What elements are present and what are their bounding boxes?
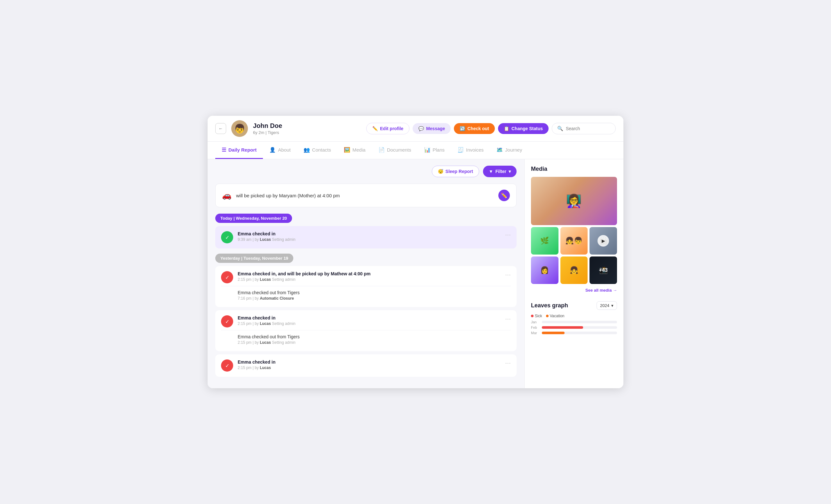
- media-thumb[interactable]: 🌿: [531, 227, 558, 255]
- sub-meta: 7:16 pm | by Automatic Closure: [238, 296, 511, 301]
- bar-chart: Jan Feb Mar: [531, 320, 617, 335]
- action-bar: 😴 Sleep Report ▼ Filter ▾: [215, 166, 517, 177]
- yesterday-date-badge: Yesterday | Tuesday, November 19: [215, 254, 293, 263]
- media-thumb[interactable]: 👧: [561, 257, 588, 284]
- media-thumb-video[interactable]: 🎬 ▶: [590, 227, 617, 255]
- media-grid: 👩‍🏫 🌿 👧‍👦 🎬: [531, 177, 617, 284]
- nav-tabs: ☰ Daily Report 👤 About 👥 Contacts 🖼️ Med…: [208, 142, 623, 159]
- filter-icon: ▼: [489, 169, 493, 174]
- tab-contacts[interactable]: 👥 Contacts: [297, 142, 338, 159]
- checkout-button[interactable]: ↩️ Check out: [454, 123, 495, 134]
- back-button[interactable]: ←: [215, 123, 226, 134]
- activity-meta: 2:15 pm | by Lucas Setting admin: [238, 321, 500, 326]
- activity-card: ✓ Emma checked in, and will be picked up…: [215, 266, 517, 307]
- activity-menu-button[interactable]: ⋯: [505, 359, 511, 366]
- sleep-report-button[interactable]: 😴 Sleep Report: [432, 166, 479, 177]
- message-icon: 💬: [419, 126, 424, 131]
- activity-meta: 2:15 pm | by Lucas Setting admin: [238, 277, 500, 282]
- vacation-dot: [546, 315, 549, 317]
- tab-journey[interactable]: 🗺️ Journey: [490, 142, 528, 159]
- bar-track: [542, 321, 617, 323]
- invoices-icon: 🧾: [457, 147, 464, 153]
- user-info: John Doe 6y 2m | Tigers: [253, 122, 282, 135]
- change-status-button[interactable]: 📋 Change Status: [498, 123, 549, 134]
- activity-body: Emma checked in 2:15 pm | by Lucas: [238, 359, 500, 370]
- activity-card: ✓ Emma checked in 2:15 pm | by Lucas Set…: [215, 310, 517, 351]
- activity-title: Emma checked in: [238, 359, 500, 364]
- play-button[interactable]: ▶: [598, 235, 609, 246]
- chevron-down-icon: ▾: [509, 169, 511, 174]
- app-container: ← 👦 John Doe 6y 2m | Tigers ✏️ Edit prof…: [208, 116, 623, 388]
- yesterday-section: Yesterday | Tuesday, November 19 ✓ Emma …: [215, 254, 517, 377]
- about-icon: 👤: [269, 147, 276, 153]
- user-meta: 6y 2m | Tigers: [253, 130, 282, 135]
- edit-profile-button[interactable]: ✏️ Edit profile: [366, 123, 409, 134]
- activity-body: Emma checked in, and will be picked up b…: [238, 271, 500, 282]
- see-all-media[interactable]: See all media →: [531, 287, 617, 293]
- pencil-icon: ✏️: [372, 126, 378, 131]
- media-thumb[interactable]: 👧‍👦: [561, 227, 588, 255]
- car-icon: 🚗: [222, 191, 232, 200]
- media-thumb-more[interactable]: 📸 +43: [590, 257, 617, 284]
- contacts-icon: 👥: [304, 147, 310, 153]
- activity-body: Emma checked in 2:15 pm | by Lucas Setti…: [238, 315, 500, 326]
- tab-plans[interactable]: 📊 Plans: [418, 142, 451, 159]
- right-sidebar: Media 👩‍🏫 🌿 👧‍👦: [524, 159, 623, 388]
- media-thumb[interactable]: 👩: [531, 257, 558, 284]
- sub-activity: Emma checked out from Tigers 7:16 pm | b…: [221, 286, 511, 302]
- edit-pickup-button[interactable]: ✏️: [498, 190, 510, 201]
- search-box: 🔍: [552, 123, 616, 134]
- chevron-down-icon: ▾: [611, 303, 613, 308]
- bar-track: [542, 332, 617, 334]
- activity-meta: 2:15 pm | by Lucas: [238, 365, 500, 370]
- filter-button[interactable]: ▼ Filter ▾: [483, 166, 517, 177]
- daily-report-icon: ☰: [222, 147, 226, 153]
- media-icon: 🖼️: [344, 147, 350, 153]
- legend: Sick Vacation: [531, 314, 617, 318]
- header: ← 👦 John Doe 6y 2m | Tigers ✏️ Edit prof…: [208, 116, 623, 142]
- media-count-overlay: +43: [590, 257, 617, 284]
- year-select[interactable]: 2024 ▾: [597, 301, 617, 310]
- search-input[interactable]: [566, 126, 607, 131]
- tab-about[interactable]: 👤 About: [263, 142, 297, 159]
- today-section: Today | Wednesday, November 20 ✓ Emma ch…: [215, 214, 517, 248]
- activity-menu-button[interactable]: ⋯: [505, 315, 511, 322]
- activity-title: Emma checked in: [238, 231, 500, 236]
- sub-meta: 2:15 pm | by Lucas Setting admin: [238, 340, 511, 345]
- check-icon: ✓: [221, 271, 233, 283]
- tab-daily-report[interactable]: ☰ Daily Report: [215, 142, 263, 159]
- journey-icon: 🗺️: [496, 147, 503, 153]
- tab-media[interactable]: 🖼️ Media: [338, 142, 372, 159]
- activity-title: Emma checked in: [238, 315, 500, 321]
- bar-row-mar: Mar: [531, 331, 617, 335]
- pickup-banner: 🚗 will be picked up by Maryam (Mother) a…: [215, 183, 517, 207]
- checkout-icon: ↩️: [460, 126, 465, 131]
- activity-card: ✓ Emma checked in 9:39 am | by Lucas Set…: [215, 226, 517, 248]
- activity-menu-button[interactable]: ⋯: [505, 271, 511, 278]
- leaves-title: Leaves graph: [531, 302, 568, 309]
- check-icon: ✓: [221, 359, 233, 372]
- pickup-text: will be picked up by Maryam (Mother) at …: [236, 193, 340, 198]
- leaves-section: Leaves graph 2024 ▾ Sick Vacation Jan: [531, 301, 617, 335]
- tab-documents[interactable]: 📄 Documents: [372, 142, 418, 159]
- bar-track: [542, 326, 617, 329]
- bar-sick: [542, 326, 583, 329]
- tab-invoices[interactable]: 🧾 Invoices: [451, 142, 490, 159]
- feed-area: 😴 Sleep Report ▼ Filter ▾ 🚗 will be pick…: [208, 159, 524, 388]
- bar-row-jan: Jan: [531, 320, 617, 324]
- documents-icon: 📄: [378, 147, 385, 153]
- activity-title: Emma checked in, and will be picked up b…: [238, 271, 500, 276]
- today-date-badge: Today | Wednesday, November 20: [215, 214, 292, 223]
- activity-menu-button[interactable]: ⋯: [505, 231, 511, 238]
- activity-meta: 9:39 am | by Lucas Setting admin: [238, 237, 500, 242]
- sleep-icon: 😴: [438, 169, 443, 174]
- media-title: Media: [531, 166, 617, 172]
- bar-row-feb: Feb: [531, 326, 617, 329]
- message-button[interactable]: 💬 Message: [412, 123, 451, 134]
- check-icon: ✓: [221, 231, 233, 243]
- bar-vacation: [542, 332, 565, 334]
- media-thumb-large[interactable]: 👩‍🏫: [531, 177, 617, 225]
- activity-card: ✓ Emma checked in 2:15 pm | by Lucas ⋯: [215, 354, 517, 377]
- sick-dot: [531, 315, 534, 317]
- user-name: John Doe: [253, 122, 282, 129]
